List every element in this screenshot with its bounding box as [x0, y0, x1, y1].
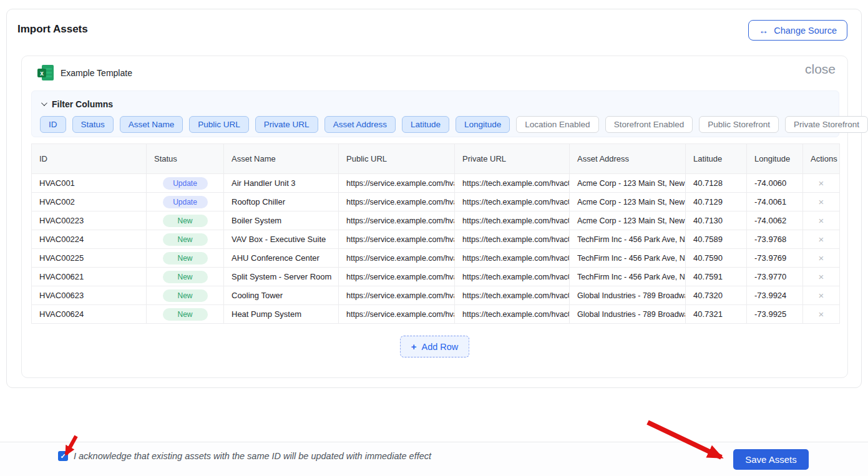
- close-button[interactable]: close: [805, 62, 836, 77]
- filter-chip-private-url[interactable]: Private URL: [255, 116, 318, 133]
- cell-id: HVAC00224: [32, 230, 147, 249]
- cell-status: New: [147, 305, 224, 324]
- cell-actions: ×: [803, 286, 840, 305]
- cell-public-url: https://service.example.com/hvac: [339, 230, 455, 249]
- cell-private-url: https://tech.example.com/hvac00: [455, 249, 570, 268]
- cell-asset-address: Global Industries - 789 Broadway,: [570, 305, 686, 324]
- filter-chip-storefront-enabled[interactable]: Storefront Enabled: [605, 116, 693, 133]
- import-assets-card: Import Assets ↔ Change Source x Example …: [6, 9, 862, 388]
- acknowledge-text: I acknowledge that existing assets with …: [74, 451, 431, 461]
- cell-id: HVAC002: [32, 193, 147, 211]
- cell-latitude: 40.7591: [686, 268, 747, 286]
- remove-row-icon[interactable]: ×: [819, 234, 824, 245]
- cell-longitude: -74.0060: [747, 174, 803, 193]
- plus-icon: +: [411, 341, 417, 352]
- cell-asset-name: Heat Pump System: [224, 305, 339, 324]
- cell-private-url: https://tech.example.com/hvac00: [455, 286, 570, 305]
- cell-asset-address: TechFirm Inc - 456 Park Ave, New: [570, 249, 686, 268]
- cell-public-url: https://service.example.com/hvac: [339, 174, 455, 193]
- cell-status: New: [147, 230, 224, 249]
- add-row-button[interactable]: + Add Row: [400, 336, 470, 357]
- remove-row-icon[interactable]: ×: [819, 309, 824, 319]
- filter-chip-public-url[interactable]: Public URL: [189, 116, 249, 133]
- filter-chip-id[interactable]: ID: [40, 116, 66, 133]
- column-header-id: ID: [32, 144, 147, 174]
- table-row: HVAC00621NewSplit System - Server Roomht…: [32, 268, 840, 286]
- change-source-button[interactable]: ↔ Change Source: [748, 20, 847, 41]
- change-source-label: Change Source: [774, 26, 837, 36]
- filter-chip-public-storefront[interactable]: Public Storefront: [699, 116, 779, 133]
- filter-columns-toggle[interactable]: Filter Columns: [41, 99, 113, 109]
- cell-asset-name: VAV Box - Executive Suite: [224, 230, 339, 249]
- column-header-status: Status: [147, 144, 224, 174]
- add-row-label: Add Row: [421, 342, 458, 352]
- cell-longitude: -74.0061: [747, 193, 803, 211]
- cell-public-url: https://service.example.com/hvac: [339, 249, 455, 268]
- filter-chip-asset-address[interactable]: Asset Address: [324, 116, 396, 133]
- cell-latitude: 40.7589: [686, 230, 747, 249]
- cell-id: HVAC00621: [32, 268, 147, 286]
- cell-asset-address: Acme Corp - 123 Main St, New Yo: [570, 193, 686, 211]
- cell-latitude: 40.7129: [686, 193, 747, 211]
- swap-arrows-icon: ↔: [759, 25, 768, 36]
- cell-id: HVAC00225: [32, 249, 147, 268]
- status-badge: Update: [163, 177, 208, 190]
- chevron-down-icon: [41, 100, 47, 106]
- filter-chip-latitude[interactable]: Latitude: [402, 116, 449, 133]
- cell-status: New: [147, 211, 224, 230]
- filter-chip-location-enabled[interactable]: Location Enabled: [516, 116, 598, 133]
- cell-status: New: [147, 249, 224, 268]
- cell-status: Update: [147, 174, 224, 193]
- remove-row-icon[interactable]: ×: [819, 178, 824, 188]
- page-title: Import Assets: [17, 23, 88, 36]
- cell-private-url: https://tech.example.com/hvac00: [455, 174, 570, 193]
- cell-actions: ×: [803, 174, 840, 193]
- cell-longitude: -73.9768: [747, 230, 803, 249]
- cell-latitude: 40.7321: [686, 305, 747, 324]
- cell-asset-address: Global Industries - 789 Broadway,: [570, 286, 686, 305]
- column-header-private-url: Private URL: [455, 144, 570, 174]
- cell-longitude: -73.9925: [747, 305, 803, 324]
- cell-longitude: -74.0062: [747, 211, 803, 230]
- column-header-public-url: Public URL: [339, 144, 455, 174]
- footer-bar: ✓ I acknowledge that existing assets wit…: [0, 442, 868, 476]
- table-row: HVAC00225NewAHU Conference Centerhttps:/…: [32, 249, 840, 268]
- remove-row-icon[interactable]: ×: [819, 253, 824, 263]
- remove-row-icon[interactable]: ×: [819, 290, 824, 301]
- cell-asset-name: Air Handler Unit 3: [224, 174, 339, 193]
- cell-public-url: https://service.example.com/hvac: [339, 286, 455, 305]
- remove-row-icon[interactable]: ×: [819, 215, 824, 226]
- cell-public-url: https://service.example.com/hvac: [339, 211, 455, 230]
- remove-row-icon[interactable]: ×: [819, 271, 824, 282]
- cell-latitude: 40.7590: [686, 249, 747, 268]
- cell-private-url: https://tech.example.com/hvac00: [455, 211, 570, 230]
- cell-asset-name: Cooling Tower: [224, 286, 339, 305]
- filter-chip-private-storefront[interactable]: Private Storefront: [785, 116, 868, 133]
- remove-row-icon[interactable]: ×: [819, 197, 824, 207]
- column-header-latitude: Latitude: [686, 144, 747, 174]
- cell-public-url: https://service.example.com/hvac: [339, 268, 455, 286]
- table-row: HVAC00624NewHeat Pump Systemhttps://serv…: [32, 305, 840, 324]
- status-badge: New: [163, 308, 208, 321]
- cell-actions: ×: [803, 193, 840, 211]
- cell-asset-address: TechFirm Inc - 456 Park Ave, New: [570, 230, 686, 249]
- cell-actions: ×: [803, 230, 840, 249]
- column-header-longitude: Longitude: [747, 144, 803, 174]
- filter-chips: IDStatusAsset NamePublic URLPrivate URLA…: [40, 116, 831, 133]
- filter-chip-asset-name[interactable]: Asset Name: [120, 116, 183, 133]
- table-row: HVAC002UpdateRooftop Chillerhttps://serv…: [32, 193, 840, 211]
- filter-columns-panel: Filter Columns IDStatusAsset NamePublic …: [31, 90, 839, 137]
- cell-private-url: https://tech.example.com/hvac00: [455, 230, 570, 249]
- status-badge: New: [163, 233, 208, 246]
- cell-asset-address: TechFirm Inc - 456 Park Ave, New: [570, 268, 686, 286]
- save-assets-button[interactable]: Save Assets: [733, 449, 809, 470]
- table-row: HVAC001UpdateAir Handler Unit 3https://s…: [32, 174, 840, 193]
- table-row: HVAC00224NewVAV Box - Executive Suitehtt…: [32, 230, 840, 249]
- cell-id: HVAC00623: [32, 286, 147, 305]
- acknowledge-checkbox[interactable]: ✓: [58, 451, 68, 461]
- filter-chip-longitude[interactable]: Longitude: [456, 116, 510, 133]
- cell-asset-address: Acme Corp - 123 Main St, New Yo: [570, 211, 686, 230]
- cell-id: HVAC00223: [32, 211, 147, 230]
- filter-chip-status[interactable]: Status: [72, 116, 114, 133]
- cell-latitude: 40.7130: [686, 211, 747, 230]
